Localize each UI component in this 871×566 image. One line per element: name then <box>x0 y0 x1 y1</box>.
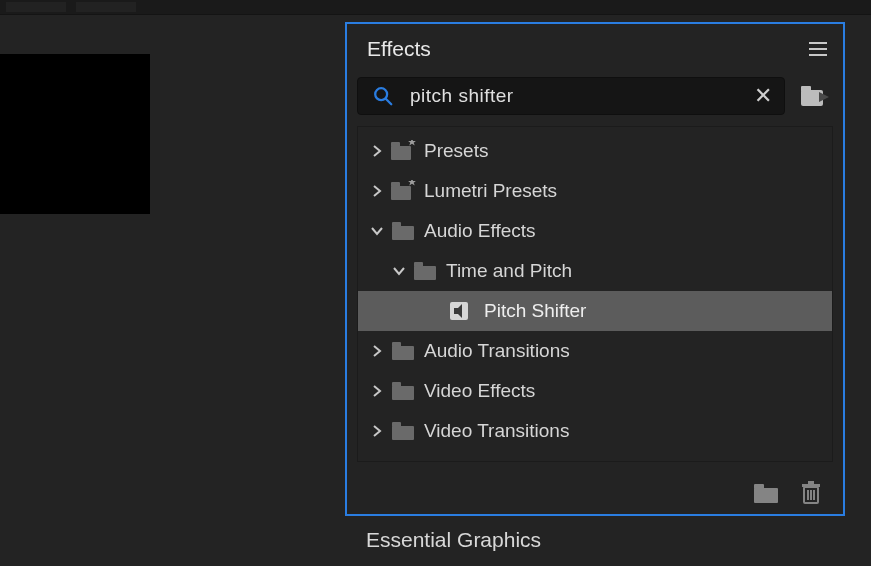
svg-marker-7 <box>408 140 416 146</box>
folder-icon <box>388 221 418 241</box>
svg-rect-18 <box>392 342 401 347</box>
effects-panel: Effects pitch shifter ✕ <box>345 22 845 516</box>
svg-rect-13 <box>414 266 436 280</box>
chevron-right-icon <box>366 385 388 397</box>
chevron-down-icon <box>366 225 388 237</box>
chevron-right-icon <box>366 345 388 357</box>
svg-rect-9 <box>391 182 400 187</box>
panel-header: Effects <box>347 24 843 74</box>
svg-marker-4 <box>819 92 829 102</box>
tree-item-pitch-shifter[interactable]: Pitch Shifter <box>358 291 832 331</box>
svg-rect-3 <box>801 86 811 92</box>
svg-rect-24 <box>754 484 764 489</box>
tree-item-video-effects[interactable]: Video Effects <box>358 371 832 411</box>
svg-rect-17 <box>392 346 414 360</box>
tree-item-audio-effects[interactable]: Audio Effects <box>358 211 832 251</box>
new-bin-icon[interactable] <box>753 482 779 504</box>
svg-rect-12 <box>392 222 401 227</box>
tree-item-video-transitions[interactable]: Video Transitions <box>358 411 832 451</box>
tree-label: Lumetri Presets <box>424 180 557 202</box>
svg-marker-10 <box>408 180 416 186</box>
svg-rect-5 <box>391 146 411 160</box>
effects-tree: Presets Lumetri Presets <box>357 126 833 462</box>
svg-rect-22 <box>392 422 401 427</box>
panel-menu-icon[interactable] <box>809 42 827 56</box>
tree-label: Video Transitions <box>424 420 569 442</box>
svg-rect-23 <box>754 488 778 503</box>
tree-label: Presets <box>424 140 488 162</box>
tree-label: Time and Pitch <box>446 260 572 282</box>
svg-rect-20 <box>392 382 401 387</box>
svg-rect-27 <box>808 481 814 484</box>
svg-rect-21 <box>392 426 414 440</box>
tree-item-audio-transitions[interactable]: Audio Transitions <box>358 331 832 371</box>
preset-folder-icon <box>388 180 418 202</box>
svg-rect-19 <box>392 386 414 400</box>
tab-segment[interactable] <box>6 2 66 12</box>
top-tab-strip <box>0 0 871 15</box>
preset-folder-icon <box>388 140 418 162</box>
search-icon <box>372 85 394 107</box>
tree-item-lumetri-presets[interactable]: Lumetri Presets <box>358 171 832 211</box>
chevron-right-icon <box>366 145 388 157</box>
monitor-preview <box>0 54 150 214</box>
audio-effect-icon <box>444 301 474 321</box>
new-preset-bin-icon[interactable] <box>799 83 829 109</box>
svg-rect-26 <box>802 484 820 487</box>
search-text: pitch shifter <box>410 85 752 107</box>
panel-title: Effects <box>367 37 431 61</box>
tree-item-presets[interactable]: Presets <box>358 131 832 171</box>
chevron-right-icon <box>366 185 388 197</box>
chevron-right-icon <box>366 425 388 437</box>
tree-label: Audio Effects <box>424 220 536 242</box>
folder-icon <box>388 381 418 401</box>
panel-footer <box>347 472 843 514</box>
svg-rect-11 <box>392 226 414 240</box>
delete-icon[interactable] <box>801 481 821 505</box>
folder-icon <box>410 261 440 281</box>
search-row: pitch shifter ✕ <box>347 74 843 118</box>
workspace: Effects pitch shifter ✕ <box>0 0 871 566</box>
tree-label: Pitch Shifter <box>484 300 586 322</box>
tree-label: Audio Transitions <box>424 340 570 362</box>
folder-icon <box>388 421 418 441</box>
folder-icon <box>388 341 418 361</box>
svg-rect-14 <box>414 262 423 267</box>
svg-rect-6 <box>391 142 400 147</box>
chevron-down-icon <box>388 265 410 277</box>
tab-essential-graphics[interactable]: Essential Graphics <box>366 528 541 552</box>
search-input[interactable]: pitch shifter ✕ <box>357 77 785 115</box>
tree-item-time-and-pitch[interactable]: Time and Pitch <box>358 251 832 291</box>
clear-search-icon[interactable]: ✕ <box>752 85 774 107</box>
tab-segment[interactable] <box>76 2 136 12</box>
svg-line-1 <box>386 99 392 105</box>
tree-label: Video Effects <box>424 380 535 402</box>
svg-rect-8 <box>391 186 411 200</box>
